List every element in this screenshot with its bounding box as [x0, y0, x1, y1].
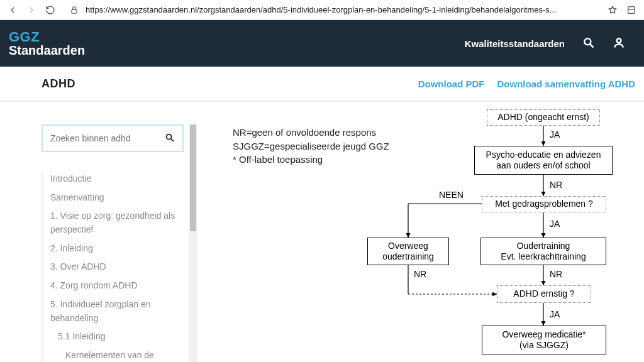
brand-line2: Standaarden: [9, 44, 85, 57]
search-submit-icon[interactable]: [165, 133, 175, 145]
flow-node-ernstig: ADHD ernstig ?: [497, 285, 591, 303]
flow-node-start: ADHD (ongeacht ernst): [487, 109, 600, 126]
toc-subitem[interactable]: Kernelementen van de behandeling: [42, 346, 184, 362]
svg-point-6: [167, 134, 172, 139]
download-summary-link[interactable]: Download samenvatting ADHD: [497, 79, 635, 89]
toc-item[interactable]: Introductie: [42, 170, 184, 189]
site-header: GGZ Standaarden Kwaliteitsstandaarden: [0, 20, 644, 67]
flow-node-gedragsproblemen: Met gedragsproblemen ?: [482, 196, 606, 212]
flow-edge-label: JA: [550, 129, 560, 140]
download-pdf-link[interactable]: Download PDF: [418, 79, 485, 89]
flowchart: ADHD (ongeacht ernst) JA Psycho-educatie…: [374, 107, 625, 358]
flow-edge-label: JA: [550, 309, 560, 319]
toc-item[interactable]: 5. Individueel zorgplan en behandeling: [42, 295, 184, 327]
flow-edge-label: NEEN: [439, 190, 464, 200]
legend-line: * Off-label toepassing: [233, 153, 395, 167]
flow-edge-label: JA: [550, 219, 560, 229]
toc-item[interactable]: 3. Over ADHD: [42, 258, 184, 277]
nav-kwaliteitsstandaarden[interactable]: Kwaliteitsstandaarden: [465, 38, 565, 49]
svg-rect-1: [628, 6, 635, 13]
search-icon[interactable]: [582, 36, 595, 51]
subheader: ADHD Download PDF Download samenvatting …: [0, 67, 644, 102]
forward-button[interactable]: [23, 1, 40, 19]
search-input[interactable]: [50, 133, 165, 143]
toc-item[interactable]: 4. Zorg rondom ADHD: [42, 277, 184, 295]
sidebar-scrollbar[interactable]: [189, 124, 197, 362]
svg-point-3: [584, 38, 591, 45]
algorithm-legend: Behandelalgoritme kinderen < 6 jaar NR=g…: [233, 107, 395, 167]
flow-edge-label: NR: [550, 269, 562, 279]
page-title: ADHD: [42, 77, 75, 90]
toc-item[interactable]: 2. Inleiding: [42, 239, 184, 258]
main-panel: Behandelalgoritme kinderen < 6 jaar NR=g…: [197, 102, 644, 362]
sidebar-search[interactable]: [42, 124, 184, 152]
toc-item[interactable]: 1. Visie op zorg: gezondheid als perspec…: [42, 207, 184, 239]
brand-line1: GGZ: [9, 30, 85, 44]
svg-point-5: [617, 38, 621, 43]
collections-button[interactable]: [623, 1, 640, 19]
legend-line: NR=geen of onvoldoende respons: [233, 126, 395, 140]
flow-edge-label: NR: [414, 269, 426, 279]
refresh-button[interactable]: [42, 1, 59, 19]
url-bar[interactable]: https://www.ggzstandaarden.nl/zorgstanda…: [82, 3, 602, 18]
flow-edge-label: NR: [550, 180, 562, 190]
flow-node-oudertraining: Oudertraining Evt. leerkrachttraining: [480, 238, 606, 265]
flow-node-psychoeducatie: Psycho-educatie en adviezen aan ouders e…: [474, 146, 613, 175]
browser-toolbar: https://www.ggzstandaarden.nl/zorgstanda…: [0, 0, 644, 20]
toc-item[interactable]: Samenvatting: [42, 189, 184, 207]
lock-icon: [68, 6, 80, 14]
table-of-contents: Introductie Samenvatting 1. Visie op zor…: [42, 170, 184, 362]
content-area: Introductie Samenvatting 1. Visie op zor…: [0, 102, 644, 362]
svg-line-7: [171, 139, 174, 141]
svg-rect-0: [72, 9, 77, 13]
toc-subitem[interactable]: 5.1 Inleiding: [42, 327, 184, 346]
favorite-button[interactable]: [604, 1, 621, 19]
account-icon[interactable]: [613, 36, 625, 51]
flow-node-overweeg-oudertraining: Overweeg oudertraining: [367, 238, 449, 265]
brand-logo[interactable]: GGZ Standaarden: [9, 30, 85, 57]
scrollbar-thumb[interactable]: [190, 124, 196, 231]
flowchart-edges: [374, 107, 625, 358]
sidebar: Introductie Samenvatting 1. Visie op zor…: [42, 124, 184, 362]
back-button[interactable]: [4, 1, 21, 19]
svg-line-4: [591, 44, 594, 47]
flow-node-medicatie: Overweeg medicatie* (via SJGGZ): [482, 326, 606, 354]
legend-line: SJGGZ=gespecialiseerde jeugd GGZ: [233, 140, 395, 153]
